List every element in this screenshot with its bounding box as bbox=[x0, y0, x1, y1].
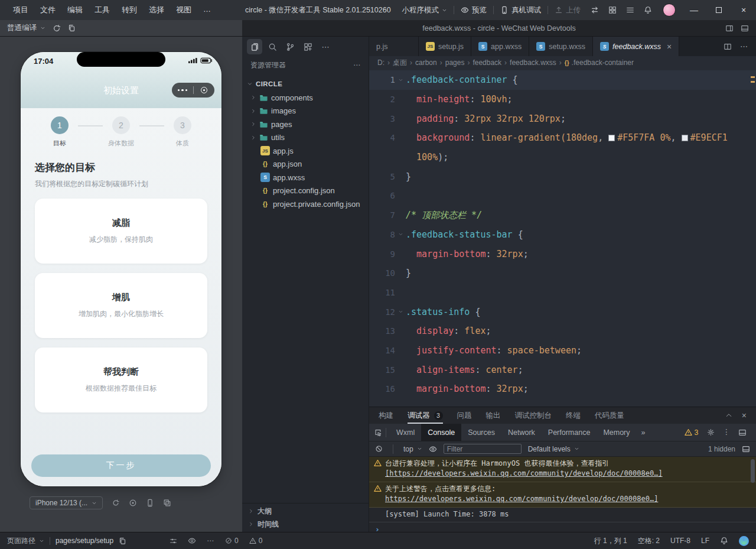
panel-tab[interactable]: 代码质量 bbox=[595, 407, 624, 424]
clear-cache-icon[interactable] bbox=[68, 24, 76, 32]
device-frame-icon[interactable] bbox=[146, 499, 154, 507]
editor-tab[interactable]: p.js bbox=[369, 37, 419, 56]
console-warning-count[interactable]: 3 bbox=[685, 428, 699, 437]
code-editor[interactable]: 1.feedback-container {2 min-height: 100v… bbox=[369, 69, 756, 407]
panel-tab[interactable]: 调试控制台 bbox=[515, 407, 552, 424]
encoding-setting[interactable]: UTF-8 bbox=[670, 537, 690, 545]
console-output[interactable]: 台进行兼容处理，让小程序在 HarmonyOS 也获得最佳体验，查看指引[htt… bbox=[369, 457, 756, 532]
context-selector[interactable]: top bbox=[403, 445, 422, 453]
tree-item[interactable]: CIRCLE bbox=[242, 77, 369, 91]
breadcrumb-item[interactable]: 桌面 bbox=[393, 58, 407, 68]
layout-panel-icon[interactable] bbox=[741, 24, 749, 33]
statusbar-bell-icon[interactable] bbox=[720, 537, 728, 545]
panel-grid-icon[interactable] bbox=[604, 6, 621, 14]
fold-chevron-icon[interactable] bbox=[395, 77, 406, 83]
tune-icon[interactable] bbox=[170, 537, 177, 545]
source-control-icon[interactable] bbox=[282, 39, 298, 54]
devtools-overflow-icon[interactable]: » bbox=[637, 428, 650, 437]
editor-tab[interactable]: Sfeedback.wxss× bbox=[593, 37, 679, 56]
devtools-tab[interactable]: Sources bbox=[461, 424, 501, 441]
breadcrumb-item[interactable]: feedback bbox=[472, 59, 501, 67]
tree-item[interactable]: images bbox=[242, 105, 369, 118]
preview-button[interactable]: 预览 bbox=[455, 5, 492, 15]
explorer-section[interactable]: 大纲 bbox=[242, 505, 369, 518]
panel-close-icon[interactable]: × bbox=[742, 411, 747, 420]
copy-path-icon[interactable] bbox=[119, 537, 126, 545]
hidden-messages-label[interactable]: 1 hidden bbox=[708, 445, 735, 453]
capsule-more-button[interactable] bbox=[172, 89, 193, 92]
dock-side-icon[interactable] bbox=[738, 428, 747, 437]
tree-item[interactable]: JSapp.js bbox=[242, 144, 369, 158]
notifications-icon[interactable] bbox=[639, 6, 657, 14]
cursor-position[interactable]: 行 1，列 1 bbox=[594, 536, 627, 546]
devtools-tab[interactable]: Memory bbox=[597, 424, 636, 441]
menu-item[interactable]: 工具 bbox=[89, 5, 116, 15]
explorer-icon[interactable] bbox=[247, 39, 262, 54]
remote-debug-button[interactable]: 真机调试 bbox=[495, 5, 546, 15]
panel-tab[interactable]: 调试器3 bbox=[408, 407, 443, 424]
tree-item[interactable]: {}project.private.config.json bbox=[242, 197, 369, 211]
breadcrumb-item[interactable]: D: bbox=[377, 59, 384, 67]
clear-console-icon[interactable] bbox=[375, 445, 383, 453]
console-prompt[interactable]: › bbox=[369, 522, 756, 532]
scrollbar-thumb[interactable] bbox=[751, 459, 755, 483]
goal-card[interactable]: 帮我判断根据数据推荐最佳目标 bbox=[35, 347, 207, 412]
compile-mode-select[interactable]: 普通编译 bbox=[7, 23, 45, 33]
console-link[interactable]: https://developers.weixin.qq.com/communi… bbox=[385, 495, 658, 503]
devtools-tab[interactable]: Wxml bbox=[390, 424, 421, 441]
fold-chevron-icon[interactable] bbox=[395, 309, 406, 314]
inspect-element-icon[interactable] bbox=[374, 428, 382, 437]
split-editor-icon[interactable] bbox=[724, 43, 732, 51]
devtools-tab[interactable]: Performance bbox=[542, 424, 597, 441]
menu-item[interactable]: 视图 bbox=[170, 5, 197, 15]
eol-setting[interactable]: LF bbox=[701, 537, 709, 545]
breadcrumb-item[interactable]: feedback.wxss bbox=[510, 59, 556, 67]
menu-item[interactable]: 转到 bbox=[116, 5, 143, 15]
menu-icon[interactable] bbox=[621, 6, 639, 14]
search-icon[interactable] bbox=[265, 39, 280, 54]
panel-tab[interactable]: 构建 bbox=[379, 407, 393, 424]
devtools-settings-icon[interactable] bbox=[707, 428, 715, 436]
next-step-button[interactable]: 下一步 bbox=[31, 454, 211, 477]
visibility-icon[interactable] bbox=[188, 537, 196, 545]
maximize-button[interactable] bbox=[706, 0, 731, 20]
device-selector[interactable]: iPhone 12/13 (... bbox=[30, 496, 103, 509]
fold-chevron-icon[interactable] bbox=[395, 232, 406, 237]
goal-card[interactable]: 减脂减少脂肪，保持肌肉 bbox=[35, 199, 207, 264]
tree-item[interactable]: Sapp.wxss bbox=[242, 171, 369, 184]
explorer-section[interactable]: 时间线 bbox=[242, 518, 369, 531]
tree-item[interactable]: {}app.json bbox=[242, 158, 369, 171]
multi-window-icon[interactable] bbox=[163, 499, 171, 507]
breadcrumb-item[interactable]: carbon bbox=[415, 59, 437, 67]
extensions-icon[interactable] bbox=[300, 39, 315, 54]
page-path-select[interactable]: 页面路径 bbox=[7, 536, 44, 546]
panel-collapse-icon[interactable] bbox=[725, 412, 732, 419]
tree-item[interactable]: {}project.config.json bbox=[242, 184, 369, 198]
recompile-icon[interactable] bbox=[53, 24, 61, 33]
menu-item[interactable]: 编辑 bbox=[61, 5, 89, 15]
plugin-badge-icon[interactable] bbox=[739, 536, 749, 546]
panel-tab[interactable]: 终端 bbox=[566, 407, 581, 424]
devtools-tab[interactable]: Console bbox=[421, 424, 461, 441]
upload-button[interactable]: 上传 bbox=[549, 5, 586, 15]
tree-item[interactable]: components bbox=[242, 91, 369, 105]
menu-item[interactable]: … bbox=[197, 5, 217, 15]
tree-item[interactable]: utils bbox=[242, 131, 369, 145]
menu-item[interactable]: 文件 bbox=[34, 5, 61, 15]
editor-tab[interactable]: JSsetup.js bbox=[419, 37, 471, 56]
indentation-setting[interactable]: 空格: 2 bbox=[638, 536, 660, 546]
compiler-icon[interactable] bbox=[586, 6, 604, 14]
goal-card[interactable]: 增肌增加肌肉，最小化脂肪增长 bbox=[35, 273, 207, 338]
mini-program-mode-button[interactable]: 小程序模式 bbox=[397, 5, 453, 15]
menu-item[interactable]: 选择 bbox=[143, 5, 170, 15]
menu-item[interactable]: 项目 bbox=[7, 5, 34, 15]
warning-count[interactable]: 0 bbox=[249, 537, 263, 545]
devtools-tab[interactable]: Network bbox=[501, 424, 542, 441]
screenshot-icon[interactable] bbox=[129, 499, 137, 507]
rotate-device-icon[interactable] bbox=[112, 499, 120, 507]
close-button[interactable]: × bbox=[731, 0, 756, 20]
statusbar-more-icon[interactable]: ⋯ bbox=[207, 537, 214, 544]
breadcrumb-item[interactable]: {}.feedback-container bbox=[565, 59, 634, 67]
editor-tab[interactable]: Sapp.wxss bbox=[471, 37, 529, 56]
more-icon[interactable]: ⋯ bbox=[318, 39, 333, 54]
